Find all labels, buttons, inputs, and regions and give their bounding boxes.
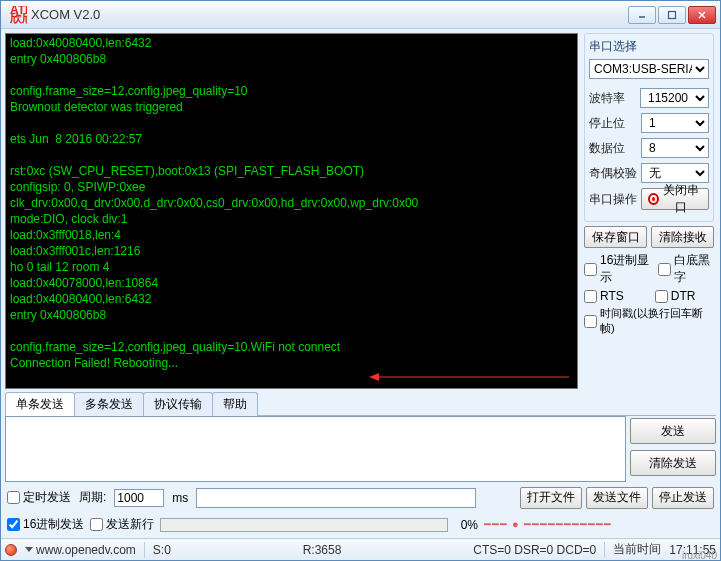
tab-multi[interactable]: 多条发送 [74,392,144,416]
tabs: 单条发送 多条发送 协议传输 帮助 [5,391,716,416]
progress-percent: 0% [454,518,478,532]
stop-send-button[interactable]: 停止发送 [652,487,714,509]
send-newline-checkbox[interactable] [90,518,103,531]
white-black-checkbox[interactable] [658,263,671,276]
timed-send-checkbox[interactable] [7,491,20,504]
op-label: 串口操作 [589,191,637,208]
titlebar: ATK欣欣 XCOM V2.0 [1,1,720,29]
tab-proto[interactable]: 协议传输 [143,392,213,416]
svg-marker-7 [369,373,379,381]
send-button[interactable]: 发送 [630,418,716,444]
send-textarea[interactable] [5,416,626,482]
statusbar: www.openedv.com S:0 R:3658 CTS=0 DSR=0 D… [1,538,720,560]
svg-text:欣欣: 欣欣 [9,11,27,24]
watermark-text: ━━━ ● ━━━━━━━━━━━ [484,518,714,531]
stop-select[interactable]: 1 [641,113,709,133]
clear-recv-button[interactable]: 清除接收 [651,226,714,248]
dtr-checkbox[interactable] [655,290,668,303]
clear-send-button[interactable]: 清除发送 [630,450,716,476]
period-label: 周期: [79,489,106,506]
parity-label: 奇偶校验 [589,165,637,182]
send-newline-label: 发送新行 [106,516,154,533]
terminal-output[interactable]: load:0x40080400,len:6432 entry 0x400806b… [5,33,578,389]
svg-rect-3 [669,11,676,18]
port-toggle-button[interactable]: 关闭串口 [641,188,709,210]
port-select[interactable]: COM3:USB-SERIAL CH340 [589,59,709,79]
save-window-button[interactable]: 保存窗口 [584,226,647,248]
hex-send-checkbox[interactable] [7,518,20,531]
hex-display-label: 16进制显示 [600,252,651,286]
status-recv: R:3658 [303,543,342,557]
annotation-arrow [369,346,569,348]
hex-send-label: 16进制发送 [23,516,84,533]
side-panel: 串口选择 COM3:USB-SERIAL CH340 波特率115200 停止位… [580,29,720,389]
window-title: XCOM V2.0 [31,7,628,22]
data-label: 数据位 [589,140,637,157]
record-icon [648,193,659,205]
data-select[interactable]: 8 [641,138,709,158]
send-file-button[interactable]: 发送文件 [586,487,648,509]
status-led-icon [5,544,17,556]
rts-label: RTS [600,289,624,303]
period-unit: ms [172,491,188,505]
port-group-title: 串口选择 [589,38,709,55]
open-file-button[interactable]: 打开文件 [520,487,582,509]
rts-checkbox[interactable] [584,290,597,303]
tab-help[interactable]: 帮助 [212,392,258,416]
timestamp-label: 时间戳(以换行回车断帧) [600,306,714,336]
timestamp-checkbox[interactable] [584,315,597,328]
parity-select[interactable]: 无 [641,163,709,183]
dtr-label: DTR [671,289,696,303]
baud-label: 波特率 [589,90,636,107]
timed-send-label: 定时发送 [23,489,71,506]
tab-single[interactable]: 单条发送 [5,392,75,416]
close-button[interactable] [688,6,716,24]
progress-bar [160,518,448,532]
white-black-label: 白底黑字 [674,252,714,286]
status-url[interactable]: www.openedv.com [25,543,136,557]
status-sent: S:0 [153,543,171,557]
terminal-text: load:0x40080400,len:6432 entry 0x400806b… [10,36,418,389]
baud-select[interactable]: 115200 [640,88,709,108]
dropdown-icon [25,547,33,552]
status-signals: CTS=0 DSR=0 DCD=0 [473,543,596,557]
hex-display-checkbox[interactable] [584,263,597,276]
minimize-button[interactable] [628,6,656,24]
corner-watermark: iruxi040 [682,550,717,561]
period-input[interactable] [114,489,164,507]
stop-label: 停止位 [589,115,637,132]
app-icon: ATK欣欣 [9,6,27,24]
status-time-label: 当前时间 [613,541,661,558]
maximize-button[interactable] [658,6,686,24]
file-path-input[interactable] [196,488,476,508]
